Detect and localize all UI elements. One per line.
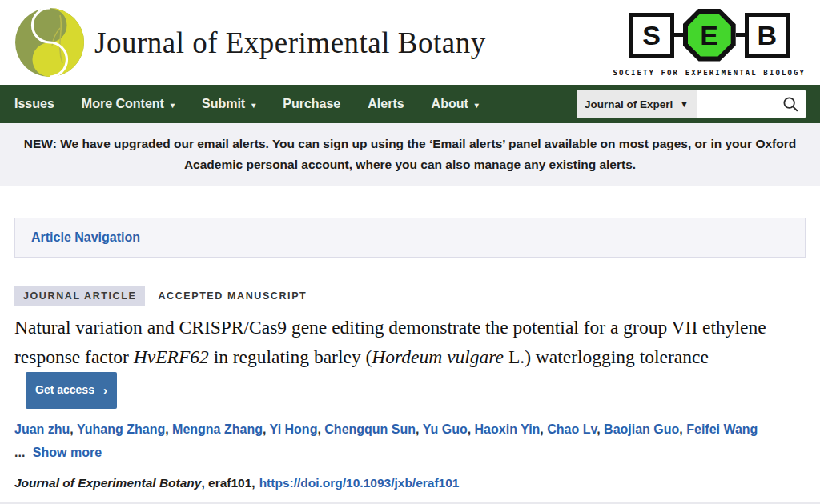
main-content: Article Navigation JOURNAL ARTICLE ACCEP… — [0, 218, 820, 504]
show-more-row: ... Show more — [14, 441, 806, 464]
seb-letter-s-box: S — [629, 13, 674, 58]
author-separator: , — [70, 422, 77, 436]
ellipsis: ... — [14, 446, 25, 459]
author-item: Mengna Zhang, — [172, 422, 270, 436]
seb-logo-row: S E B — [629, 9, 790, 62]
alert-banner-text: NEW: We have upgraded our email alerts. … — [8, 134, 812, 175]
author-link[interactable]: Feifei Wang — [686, 422, 758, 436]
seb-letter-s: S — [642, 22, 661, 49]
author-item: Yu Guo, — [423, 422, 475, 436]
article-title-segment: Hordeum vulgare — [372, 346, 504, 367]
article-title-segment: HvERF62 — [134, 346, 209, 367]
author-item: Juan zhu, — [14, 422, 77, 436]
author-link[interactable]: Yuhang Zhang — [77, 422, 165, 436]
nav-item-label: More Content — [82, 97, 164, 111]
journal-logo-icon — [14, 7, 85, 78]
author-separator: , — [165, 422, 172, 436]
seb-logo: S E B SOCIETY FOR EXPERIMENTAL BIOLOGY — [613, 9, 807, 77]
nav-item-label: Alerts — [368, 97, 404, 111]
author-link[interactable]: Chao Lv — [547, 422, 597, 436]
author-separator: , — [263, 422, 270, 436]
author-item: Baojian Guo, — [604, 422, 686, 436]
seb-letter-b: B — [757, 22, 777, 49]
nav-item[interactable]: Submit ▾ — [202, 97, 255, 111]
author-link[interactable]: Juan zhu — [14, 422, 70, 436]
citation-article-id: , eraf101, — [201, 476, 255, 490]
seb-letter-b-box: B — [745, 13, 790, 58]
author-item: Haoxin Yin, — [475, 422, 548, 436]
author-link[interactable]: Yu Guo — [423, 422, 468, 436]
author-separator: , — [416, 422, 423, 436]
author-link[interactable]: Haoxin Yin — [475, 422, 541, 436]
article-navigation-panel[interactable]: Article Navigation — [14, 218, 806, 258]
author-separator: , — [468, 422, 475, 436]
seb-connector — [674, 33, 683, 37]
search-box — [697, 90, 806, 118]
journal-article-badge: JOURNAL ARTICLE — [14, 286, 145, 306]
chevron-down-icon: ▾ — [171, 101, 175, 110]
citation-line: Journal of Experimental Botany, eraf101,… — [14, 476, 806, 490]
seb-tagline: SOCIETY FOR EXPERIMENTAL BIOLOGY — [613, 69, 806, 77]
chevron-right-icon: › — [103, 384, 107, 396]
article-title-segment: L.) waterlogging tolerance — [504, 346, 709, 367]
primary-nav: Issues ▾ More Content ▾ Submit ▾ Purchas… — [0, 85, 820, 123]
author-item: Chengqun Sun, — [324, 422, 422, 436]
article-title-segment: in regulating barley ( — [209, 346, 372, 367]
author-item: Yi Hong, — [270, 422, 325, 436]
citation-journal-name: Journal of Experimental Botany — [14, 476, 201, 490]
author-item: Feifei Wang — [686, 422, 758, 436]
chevron-down-icon: ▾ — [475, 101, 479, 110]
author-link[interactable]: Yi Hong — [270, 422, 318, 436]
author-list: Juan zhu, Yuhang Zhang, Mengna Zhang, Yi… — [14, 418, 806, 441]
seb-letter-e-octagon: E — [683, 9, 736, 62]
nav-item[interactable]: Issues ▾ — [14, 97, 54, 111]
journal-branding: Journal of Experimental Botany — [14, 7, 486, 78]
author-item: Chao Lv, — [547, 422, 604, 436]
nav-item[interactable]: More Content ▾ — [82, 97, 175, 111]
site-header: Journal of Experimental Botany S E B SOC… — [0, 0, 820, 85]
doi-link[interactable]: https://doi.org/10.1093/jxb/eraf101 — [259, 476, 460, 490]
nav-item-label: About — [432, 97, 468, 111]
article-meta-row: JOURNAL ARTICLE ACCEPTED MANUSCRIPT — [14, 286, 806, 306]
search-scope-dropdown[interactable]: Journal of Experime ▼ — [577, 90, 697, 118]
nav-item[interactable]: Purchase ▾ — [283, 97, 340, 111]
author-separator: , — [597, 422, 604, 436]
seb-letter-e: E — [700, 22, 718, 49]
get-access-button[interactable]: Get access› — [26, 372, 117, 409]
show-more-link[interactable]: Show more — [33, 446, 102, 459]
search-scope-value: Journal of Experime — [585, 98, 673, 110]
author-link[interactable]: Chengqun Sun — [324, 422, 416, 436]
author-separator: , — [679, 422, 686, 436]
nav-item-label: Submit — [202, 97, 245, 111]
seb-connector — [736, 33, 745, 37]
author-separator: , — [540, 422, 547, 436]
seb-octagon-inner: E — [688, 14, 731, 57]
author-link[interactable]: Mengna Zhang — [172, 422, 263, 436]
nav-items: Issues ▾ More Content ▾ Submit ▾ Purchas… — [14, 97, 479, 111]
accepted-manuscript-label: ACCEPTED MANUSCRIPT — [158, 290, 307, 302]
chevron-down-icon: ▾ — [251, 101, 255, 110]
author-link[interactable]: Baojian Guo — [604, 422, 679, 436]
search-icon[interactable] — [782, 95, 799, 113]
alert-banner: NEW: We have upgraded our email alerts. … — [0, 123, 820, 186]
nav-item-label: Issues — [14, 97, 54, 111]
nav-item[interactable]: Alerts ▾ — [368, 97, 404, 111]
chevron-down-icon: ▼ — [680, 99, 689, 109]
nav-item-label: Purchase — [283, 97, 340, 111]
article-navigation-label: Article Navigation — [31, 230, 140, 245]
article-title: Natural variation and CRISPR/Cas9 gene e… — [14, 313, 806, 409]
search-widget: Journal of Experime ▼ — [577, 90, 806, 118]
author-item: Yuhang Zhang, — [77, 422, 172, 436]
search-input[interactable] — [701, 97, 782, 111]
get-access-label: Get access — [35, 375, 94, 405]
journal-title: Journal of Experimental Botany — [94, 26, 486, 60]
nav-item[interactable]: About ▾ — [432, 97, 479, 111]
author-separator: , — [317, 422, 324, 436]
